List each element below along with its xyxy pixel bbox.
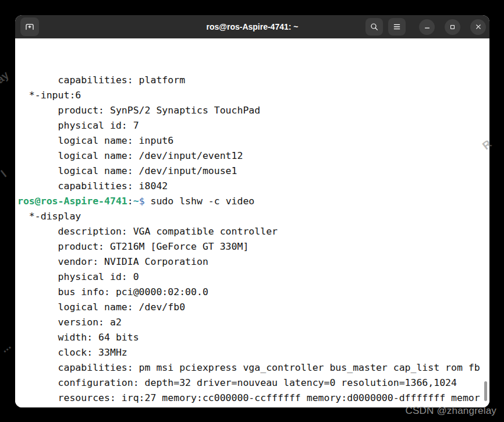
terminal-line: clock: 33MHz xyxy=(17,345,489,360)
terminal-line: *-display xyxy=(17,209,489,224)
terminal-line: version: a2 xyxy=(17,315,489,330)
terminal-line: *-input:6 xyxy=(17,88,489,103)
minimize-button[interactable] xyxy=(419,19,435,35)
search-icon xyxy=(370,22,379,31)
terminal-window: ros@ros-Aspire-4741: ~ xyxy=(15,15,489,407)
terminal-line: logical name: /dev/input/mouse1 xyxy=(17,164,489,179)
prompt-separator: : xyxy=(127,196,133,207)
terminal-lines: capabilities: platform *-input:6 product… xyxy=(17,73,489,407)
window-controls xyxy=(419,19,486,35)
terminal-line: width: 64 bits xyxy=(17,330,489,345)
prompt-user-host: ros@ros-Aspire-4741 xyxy=(17,196,127,207)
prompt-path: ~ xyxy=(133,196,139,207)
terminal-line: capabilities: platform xyxy=(17,73,489,88)
terminal-line: logical name: /dev/fb0 xyxy=(17,300,489,315)
prompt-dollar: $ xyxy=(139,196,145,207)
terminal-line: capabilities: i8042 xyxy=(17,179,489,194)
terminal-content[interactable]: capabilities: platform *-input:6 product… xyxy=(15,38,489,407)
close-button[interactable] xyxy=(470,19,486,35)
watermark-credit: CSDN @zhangrelay xyxy=(405,405,496,417)
screenshot-root: { "window": { "title": "ros@ros-Aspire-4… xyxy=(0,0,504,422)
menu-button[interactable] xyxy=(388,18,406,36)
window-title: ros@ros-Aspire-4741: ~ xyxy=(207,22,299,31)
terminal-line: ros@ros-Aspire-4741:~$ sudo lshw -c vide… xyxy=(17,194,489,209)
terminal-line: description: VGA compatible controller xyxy=(17,224,489,239)
terminal-line: physical id: 7 xyxy=(17,118,489,133)
terminal-line: vendor: NVIDIA Corporation xyxy=(17,254,489,269)
terminal-line: configuration: depth=32 driver=nouveau l… xyxy=(17,375,489,391)
terminal-line: product: GT216M [GeForce GT 330M] xyxy=(17,239,489,254)
maximize-button[interactable] xyxy=(445,19,460,35)
new-tab-icon xyxy=(24,22,35,32)
terminal-line: bus info: pci@0000:02:00.0 xyxy=(17,285,489,300)
minimize-icon xyxy=(423,23,431,31)
terminal-line: product: SynPS/2 Synaptics TouchPad xyxy=(17,103,489,118)
terminal-line: capabilities: pm msi pciexpress vga_cont… xyxy=(17,360,489,375)
titlebar[interactable]: ros@ros-Aspire-4741: ~ xyxy=(15,15,489,38)
terminal-line: physical id: 0 xyxy=(17,269,489,285)
search-button[interactable] xyxy=(365,18,383,36)
titlebar-right-controls xyxy=(365,18,487,36)
close-icon xyxy=(474,23,482,31)
hamburger-menu-icon xyxy=(392,22,402,31)
terminal-line: logical name: /dev/input/event12 xyxy=(17,148,489,164)
watermark-fragment: ... xyxy=(0,339,13,355)
terminal-line: resources: irq:27 memory:cc000000-ccffff… xyxy=(17,391,489,406)
command-text: sudo lshw -c video xyxy=(145,196,255,207)
watermark-fragment: ay xyxy=(0,69,12,86)
terminal-line: logical name: input6 xyxy=(17,133,489,148)
new-tab-button[interactable] xyxy=(20,17,39,36)
maximize-icon xyxy=(449,23,456,31)
scrollbar-thumb[interactable] xyxy=(484,381,487,401)
watermark-fragment: l xyxy=(0,168,9,180)
